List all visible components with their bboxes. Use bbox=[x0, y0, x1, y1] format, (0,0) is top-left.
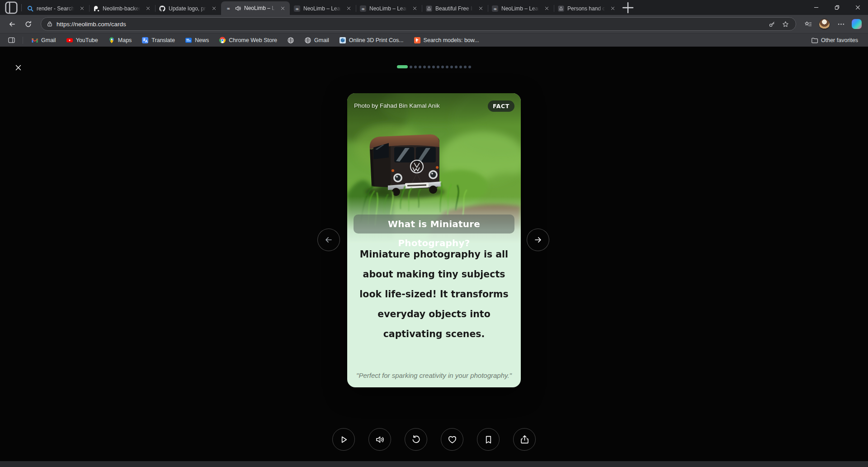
sidebar-toggle-icon bbox=[8, 36, 15, 44]
address-bar[interactable]: https://neolimb.com/cards bbox=[41, 17, 796, 31]
tab-1[interactable]: render - Search bbox=[23, 2, 89, 15]
like-button[interactable] bbox=[441, 428, 463, 451]
lock-icon[interactable] bbox=[47, 21, 53, 27]
progress-dot[interactable] bbox=[428, 66, 430, 68]
taskbar-strip bbox=[0, 461, 868, 467]
progress-dot[interactable] bbox=[468, 66, 471, 68]
favorites-button[interactable] bbox=[802, 17, 814, 31]
tab-close-icon[interactable] bbox=[210, 5, 217, 12]
progress-dot[interactable] bbox=[441, 66, 444, 68]
tab-close-icon[interactable] bbox=[78, 5, 85, 12]
tab-title: NeoLimb – Learn Smart bbox=[303, 5, 342, 12]
progress-dot-active[interactable] bbox=[397, 65, 408, 68]
tab-title: Persons hand on white bbox=[567, 5, 606, 12]
tab-actions-button[interactable] bbox=[4, 1, 19, 14]
bookmark-maps[interactable]: Maps bbox=[104, 35, 136, 45]
progress-dot[interactable] bbox=[459, 66, 462, 68]
url-text[interactable]: https://neolimb.com/cards bbox=[57, 21, 763, 28]
refresh-button[interactable] bbox=[21, 17, 35, 31]
progress-dot[interactable] bbox=[419, 66, 421, 68]
tab-title: NeoLimb – Learn S bbox=[244, 5, 276, 11]
save-button[interactable] bbox=[477, 428, 500, 451]
progress-dot[interactable] bbox=[437, 66, 439, 68]
ellipsis-icon bbox=[837, 20, 845, 28]
tab-9[interactable]: Persons hand on white bbox=[554, 2, 620, 15]
bookmark-youtube[interactable]: YouTube bbox=[62, 35, 102, 45]
bookmark-search-models-bow[interactable]: Search models: bow... bbox=[410, 35, 483, 45]
tab-close-icon[interactable] bbox=[144, 5, 151, 12]
progress-dot[interactable] bbox=[410, 66, 412, 68]
tab-close-icon[interactable] bbox=[543, 5, 550, 12]
bookmark-gmail[interactable]: Gmail bbox=[28, 35, 60, 45]
bookmark-label: Gmail bbox=[314, 37, 329, 43]
photo-credit: Photo by Fahad Bin Kamal Anik bbox=[354, 102, 440, 109]
news-icon bbox=[185, 37, 192, 44]
tab-8[interactable]: ∞NeoLimb – Learn Smart bbox=[488, 2, 554, 15]
minimize-button[interactable] bbox=[806, 0, 826, 15]
svg-text:∞: ∞ bbox=[361, 6, 365, 11]
tab-2[interactable]: Neolimb-backend · We bbox=[89, 2, 155, 15]
bookmark-label: Online 3D Print Cos... bbox=[349, 37, 404, 43]
tab-close-icon[interactable] bbox=[477, 5, 484, 12]
restore-button[interactable] bbox=[826, 0, 847, 15]
tab-6[interactable]: ∞NeoLimb – Learn Smart bbox=[356, 2, 422, 15]
tab-close-icon[interactable] bbox=[345, 5, 352, 12]
play-button[interactable] bbox=[332, 428, 355, 451]
previous-card-button[interactable] bbox=[317, 229, 340, 251]
plus-icon bbox=[622, 1, 634, 14]
progress-dot[interactable] bbox=[446, 66, 448, 68]
tab-close-icon[interactable] bbox=[279, 5, 286, 12]
tab-close-icon[interactable] bbox=[609, 5, 616, 12]
bookmark-news[interactable]: News bbox=[181, 35, 212, 45]
tab-strip: render - SearchNeolimb-backend · WeUpdat… bbox=[0, 0, 868, 15]
tab-3[interactable]: Update logo, pricing, in bbox=[155, 2, 221, 15]
gmail-icon bbox=[31, 37, 38, 44]
copilot-icon[interactable] bbox=[852, 19, 862, 29]
progress-dot[interactable] bbox=[432, 66, 435, 68]
star-icon bbox=[782, 21, 789, 28]
tab-5[interactable]: ∞NeoLimb – Learn Smart bbox=[290, 2, 356, 15]
replay-button[interactable] bbox=[405, 428, 427, 451]
print3d-icon bbox=[339, 37, 346, 44]
tab-title: Update logo, pricing, in bbox=[169, 5, 208, 12]
back-icon bbox=[8, 20, 16, 28]
progress-dot[interactable] bbox=[450, 66, 453, 68]
bookmark-translate[interactable]: Translate bbox=[138, 35, 179, 45]
tab-audio-icon[interactable] bbox=[235, 5, 241, 12]
divider bbox=[21, 4, 22, 11]
flashcard: Photo by Fahad Bin Kamal Anik FACT What … bbox=[347, 93, 521, 387]
close-cards-button[interactable] bbox=[12, 61, 24, 74]
render-icon bbox=[93, 5, 100, 12]
tab-close-icon[interactable] bbox=[411, 5, 418, 12]
volume-button[interactable] bbox=[368, 428, 391, 451]
bookmark-chrome-web-store[interactable]: Chrome Web Store bbox=[215, 35, 281, 45]
printables-icon bbox=[414, 37, 421, 44]
close-icon bbox=[855, 5, 860, 10]
other-favorites-button[interactable]: Other favorites bbox=[807, 35, 862, 45]
password-key-button[interactable] bbox=[767, 19, 777, 29]
progress-dot[interactable] bbox=[464, 66, 467, 68]
fact-badge: FACT bbox=[488, 100, 514, 112]
profile-avatar[interactable] bbox=[819, 19, 830, 30]
bookmark-gmail[interactable]: Gmail bbox=[301, 35, 333, 45]
svg-text:∞: ∞ bbox=[295, 6, 299, 11]
settings-menu-button[interactable] bbox=[835, 17, 847, 31]
close-window-button[interactable] bbox=[847, 0, 868, 15]
globe-icon bbox=[287, 37, 294, 44]
bookmark-globe[interactable] bbox=[283, 35, 298, 45]
tab-7[interactable]: Beautiful Free Images & bbox=[422, 2, 488, 15]
next-card-button[interactable] bbox=[527, 229, 549, 251]
sidebar-toggle-button[interactable] bbox=[5, 35, 18, 46]
bookmark-online-3d-print-cos[interactable]: Online 3D Print Cos... bbox=[335, 35, 407, 45]
back-button[interactable] bbox=[5, 17, 19, 31]
svg-text:∞: ∞ bbox=[493, 6, 497, 11]
bookmark-label: News bbox=[195, 37, 209, 43]
favorite-this-page-button[interactable] bbox=[780, 19, 790, 29]
page-content: Photo by Fahad Bin Kamal Anik FACT What … bbox=[0, 47, 868, 461]
progress-dot[interactable] bbox=[455, 66, 458, 68]
progress-dot[interactable] bbox=[423, 66, 426, 68]
progress-dot[interactable] bbox=[414, 66, 417, 68]
tab-4-active[interactable]: ∞NeoLimb – Learn S bbox=[221, 1, 290, 15]
share-button[interactable] bbox=[513, 428, 536, 451]
new-tab-button[interactable] bbox=[622, 1, 634, 14]
